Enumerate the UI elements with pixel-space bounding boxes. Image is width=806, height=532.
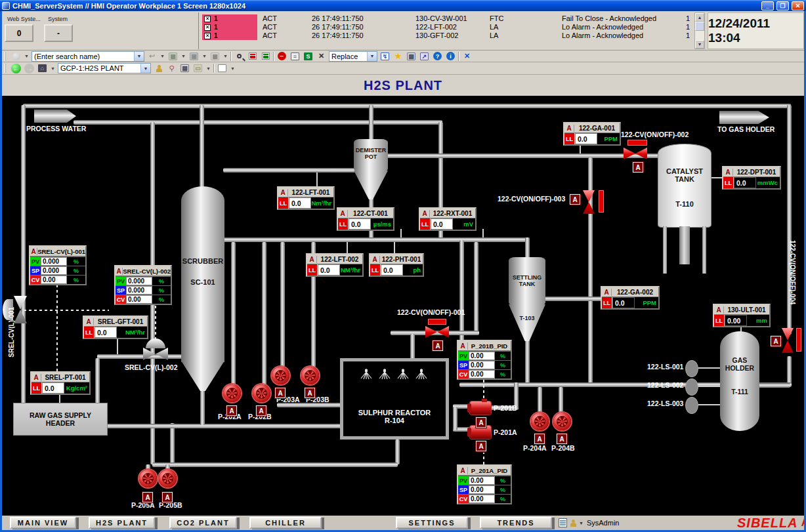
pump-auto-badge-p203b[interactable]: A	[305, 388, 315, 398]
replace-dropdown-icon[interactable]: ▼	[367, 52, 377, 61]
meter-130-ULT-001[interactable]: A130-ULT-001LL0.00mm	[713, 304, 771, 327]
web-system-count[interactable]: 0	[5, 24, 33, 42]
pump-auto-badge-p201bp[interactable]: A	[476, 417, 486, 428]
delete-icon[interactable]: ✕	[316, 51, 327, 61]
home-dropdown-icon[interactable]: ▼	[50, 64, 56, 73]
alarm-row[interactable]: ✕1ACT26 17:49:11:750130-GFT-002LALo Alar…	[202, 31, 694, 40]
favorites-icon[interactable]: ★	[392, 51, 404, 61]
meter-122-GA-002[interactable]: A122-GA-002LL0.0PPM	[601, 286, 660, 310]
scroll-up-icon[interactable]: ▲	[695, 13, 704, 22]
scroll-thumb[interactable]	[695, 22, 704, 31]
pump-auto-badge-p202a[interactable]: A	[226, 405, 237, 416]
restore-button[interactable]: ❐	[776, 1, 789, 10]
trend-icon[interactable]: ↯	[379, 51, 391, 61]
pump-P-202A[interactable]	[223, 384, 241, 402]
replace-value[interactable]: Replace	[329, 52, 367, 60]
valve-auto-badge-cv001[interactable]: A	[433, 340, 443, 351]
search-combobox[interactable]: (Enter search name) ▼	[32, 51, 144, 62]
display-dropdown-icon[interactable]: ▼	[180, 51, 186, 61]
user-dropdown-icon[interactable]: ▼	[579, 521, 583, 525]
nav-button-settings[interactable]: SETTINGS	[396, 517, 468, 529]
sfc-icon[interactable]: S	[303, 51, 314, 61]
scroll-down-icon[interactable]: ▼	[695, 40, 704, 49]
nav-button-chiller[interactable]: CHILLER	[249, 517, 322, 529]
printer-icon[interactable]: ▤	[179, 64, 190, 73]
no-entry-icon[interactable]: −	[276, 51, 287, 61]
display-icon[interactable]: ▦	[167, 51, 179, 61]
minimize-button[interactable]: _	[761, 1, 774, 10]
pin-icon[interactable]: ⚲	[166, 64, 177, 73]
new-window-icon[interactable]	[217, 64, 228, 73]
home-icon[interactable]: ⌂	[37, 64, 48, 73]
alarm-row[interactable]: ✕1ACT26 17:49:11:750130-CV-3W-001FTCFail…	[202, 14, 694, 23]
alarm-row-select[interactable]: ✕1	[202, 23, 257, 31]
pump-auto-badge-p202b[interactable]: A	[256, 405, 266, 416]
graphic-icon[interactable]: ▣	[188, 51, 200, 61]
alarm-row[interactable]: ✕1ACT26 17:49:11:750122-LFT-002LALo Alar…	[202, 23, 694, 31]
vessel-reactor[interactable]: SULPHUR REACTOR R-104	[340, 358, 449, 440]
pump-auto-badge-p205a[interactable]: A	[142, 492, 153, 502]
meter-122-DPT-001[interactable]: A122-DPT-001LL0.0mmWc	[722, 166, 781, 190]
alarm-row-select[interactable]: ✕1	[202, 31, 257, 40]
valve-auto-badge-cv002[interactable]: A	[633, 162, 643, 173]
pid-panel-SREL-CV(L)-002[interactable]: ASREL-CV(L)-002PV0.000%SP0.000%CV0.00%	[114, 265, 172, 305]
pid-panel-SREL-CV(L)-001[interactable]: ASREL-CV(L)-001PV0.000%SP0.000%CV0.00%	[29, 245, 87, 285]
toolbar-grip2[interactable]	[5, 64, 7, 73]
level-switch-ls2[interactable]	[685, 379, 698, 396]
display-path-combobox[interactable]: GCP-1:H2S PLANT ▼	[58, 63, 151, 73]
search-icon[interactable]	[234, 51, 245, 61]
alarm-scrollbar[interactable]: ▲ ▼	[694, 12, 705, 49]
nav-button-trends[interactable]: TRENDS	[480, 517, 552, 529]
pump-auto-badge-p201ap[interactable]: A	[476, 441, 486, 451]
forward-icon[interactable]: →	[24, 64, 35, 73]
pump-auto-badge-p203a[interactable]: A	[275, 388, 286, 398]
info-icon[interactable]: i	[445, 51, 456, 61]
level-switch-ls1[interactable]	[685, 360, 698, 377]
pump-auto-badge-p205b[interactable]: A	[162, 492, 173, 502]
meter-122-LFT-001[interactable]: A122-LFT-001LL0.0Nm³/hr	[277, 186, 335, 210]
faceplate-list-icon[interactable]	[559, 518, 567, 527]
pump-auto-badge-p204b[interactable]: A	[557, 434, 567, 444]
pump-P-203B[interactable]	[301, 367, 319, 384]
new-window-dropdown-icon[interactable]: ▼	[230, 64, 236, 73]
meter-122-LFT-002[interactable]: A122-LFT-002LL0.0NM³/hr	[306, 253, 364, 277]
operator-icon[interactable]	[153, 64, 164, 73]
valve-auto-badge-cv003[interactable]: A	[570, 194, 580, 205]
graphic-dropdown-icon[interactable]: ▼	[202, 51, 207, 61]
display-path-value[interactable]: GCP-1:H2S PLANT	[58, 64, 140, 72]
print-icon[interactable]: ▤	[406, 51, 417, 61]
meter-SREL-PT-001[interactable]: ASREL-PT-001LL0.0Kg/cm²	[30, 371, 91, 395]
close-view-icon[interactable]: ✕	[461, 51, 473, 61]
pid-panel-P_201B_PID[interactable]: AP_201B_PIDPV0.00%SP0.00%CV0.00%	[457, 340, 512, 380]
back-ref-icon[interactable]: ↩	[146, 51, 158, 61]
level-switch-ls3[interactable]	[685, 397, 698, 414]
meter-SREL-GFT-001[interactable]: ASREL-GFT-001LL0.0NM³/hr	[83, 316, 148, 339]
event-list-icon[interactable]	[260, 51, 271, 61]
meter-122-RXT-001[interactable]: A122-RXT-001LL0.0mV	[419, 207, 477, 231]
pump-P-204A[interactable]	[531, 413, 549, 430]
grid-icon[interactable]: ▦	[209, 51, 221, 61]
meter-122-PHT-001[interactable]: A122-PHT-001LL0.0ph	[369, 253, 424, 277]
export-icon[interactable]: ↗	[419, 51, 430, 61]
pump-P-204B[interactable]	[553, 413, 571, 430]
title-bar[interactable]: CHMI_ServerSystem // HMI Operator Workpl…	[0, 0, 806, 11]
globe-icon[interactable]	[11, 51, 22, 61]
pump-P-201B[interactable]	[470, 401, 491, 415]
meter-122-CT-001[interactable]: A122-CT-001LL0.0µs/ms	[337, 207, 394, 231]
help-icon[interactable]: ?	[432, 51, 443, 61]
pump-P-203A[interactable]	[272, 367, 289, 384]
display-path-dropdown-icon[interactable]: ▼	[140, 64, 150, 73]
toggle-icon[interactable]: ▭	[192, 64, 203, 73]
toggle-dropdown-icon[interactable]: ▼	[205, 64, 211, 73]
pump-P-201A[interactable]	[470, 426, 491, 439]
nav-button-main-view[interactable]: MAIN VIEW	[10, 517, 76, 529]
close-button[interactable]: ✕	[792, 1, 804, 10]
pump-P-205A[interactable]	[139, 470, 157, 487]
pump-P-202B[interactable]	[253, 384, 270, 402]
user-name[interactable]: SysAdmin	[587, 519, 620, 527]
toolbar-grip[interactable]	[5, 52, 7, 61]
alarm-ack-checkbox-icon[interactable]: ✕	[204, 24, 211, 31]
globe-dropdown-icon[interactable]: ▼	[24, 51, 30, 61]
nav-button-co2-plant[interactable]: CO2 PLANT	[169, 517, 237, 529]
pump-P-205B[interactable]	[159, 470, 177, 487]
